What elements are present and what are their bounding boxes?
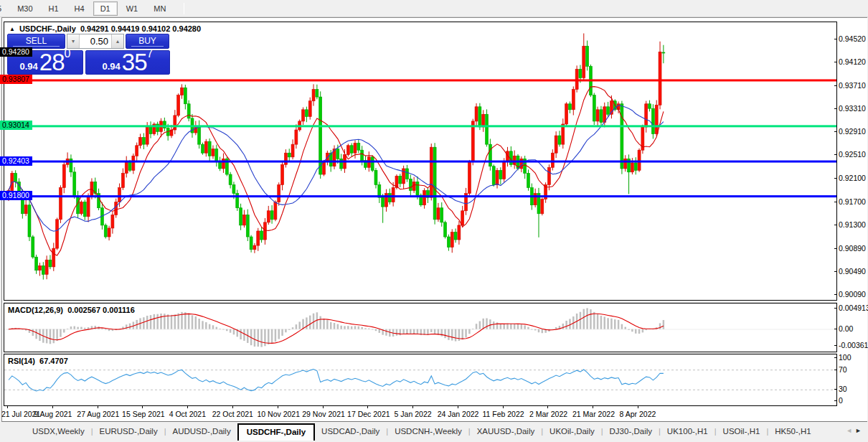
candle-body (361, 150, 364, 161)
candle-body (444, 222, 447, 237)
collapse-icon[interactable]: ▲ (9, 26, 15, 32)
candle-body (142, 137, 145, 144)
candle-body (215, 149, 218, 162)
candle-body (551, 153, 554, 167)
macd-histogram-bar (607, 318, 609, 329)
macd-histogram-bar (278, 329, 280, 339)
macd-histogram-bar (461, 329, 463, 340)
macd-histogram-bar (63, 329, 65, 333)
tab-xauusd-daily[interactable]: XAUUSD-,Daily (471, 423, 542, 440)
horizontal-level-line[interactable] (4, 79, 836, 81)
buy-button[interactable]: BUY (126, 34, 169, 49)
macd-histogram-bar (396, 329, 398, 336)
macd-histogram-bar (524, 325, 526, 329)
candle-body (128, 161, 131, 170)
macd-name: MACD(12,26,9) (8, 306, 63, 314)
macd-histogram-bar (53, 329, 55, 344)
tab-scroll-right-icon[interactable]: ► (855, 427, 864, 434)
macd-signal-line (9, 314, 664, 343)
macd-histogram-bar (413, 329, 415, 334)
volume-decrease-button[interactable]: ▾ (67, 34, 80, 48)
sell-price-display[interactable]: 0.94 28 0 (7, 50, 83, 75)
candle-body (423, 191, 426, 205)
candle-body (486, 114, 489, 144)
horizontal-level-line[interactable] (4, 125, 836, 127)
macd-histogram-bar (521, 324, 523, 329)
timeframe-button-h4[interactable]: H4 (67, 1, 92, 16)
macd-histogram-bar (586, 308, 588, 329)
tab-hk50-h1[interactable]: HK50-,H1 (768, 423, 818, 440)
tab-usdcad-daily[interactable]: USDCAD-,Daily (315, 423, 386, 440)
macd-histogram-bar (624, 327, 626, 329)
timeframe-button-h1[interactable]: H1 (42, 1, 66, 16)
macd-histogram-bar (618, 320, 620, 329)
macd-histogram-bar (510, 324, 512, 329)
timeframe-button-m30[interactable]: M30 (10, 1, 39, 16)
macd-histogram-bar (628, 329, 630, 330)
macd-histogram-bar (354, 326, 357, 329)
volume-increase-button[interactable]: ▴ (111, 34, 123, 48)
tab-usdcnh-weekly[interactable]: USDCNH-,Weekly (388, 423, 468, 440)
tab-audusd-daily[interactable]: AUDUSD-,Daily (166, 423, 237, 440)
rsi-pane[interactable] (4, 354, 837, 406)
candle-body (593, 95, 595, 121)
candle-body (558, 136, 561, 144)
macd-histogram-bar (146, 316, 148, 329)
candle-body (496, 170, 499, 184)
candle-body (374, 170, 377, 184)
macd-histogram-bar (514, 324, 516, 329)
sell-button[interactable]: SELL (7, 34, 65, 49)
candle-body (274, 202, 277, 220)
macd-histogram-bar (243, 329, 245, 341)
macd-histogram-bar (35, 329, 37, 339)
tab-usoil-h1[interactable]: USOil-,H1 (717, 423, 767, 440)
volume-input[interactable] (80, 34, 111, 48)
macd-histogram-bar (70, 326, 72, 329)
candle-body (323, 161, 326, 174)
macd-histogram-bar (503, 324, 505, 329)
candle-body (621, 104, 623, 169)
horizontal-level-line[interactable] (4, 195, 836, 197)
tab-usdchf-daily[interactable]: USDCHF-,Daily (237, 423, 315, 441)
candle-body (302, 110, 305, 121)
macd-histogram-bar (258, 329, 260, 347)
macd-histogram-bar (309, 316, 311, 329)
candle-body (312, 90, 315, 101)
timeframe-button-mn[interactable]: MN (146, 1, 173, 16)
candle-body (263, 222, 266, 240)
tab-eurusd-daily[interactable]: EURUSD-,Daily (93, 423, 164, 440)
horizontal-level-line[interactable] (4, 161, 836, 163)
macd-histogram-bar (319, 316, 321, 329)
candle-body (187, 104, 190, 118)
candle-body (492, 166, 495, 185)
timeframe-button-5[interactable]: 5 (0, 1, 9, 16)
macd-histogram-bar (361, 327, 363, 329)
candle-body (278, 185, 280, 202)
macd-histogram-bar (402, 329, 405, 334)
macd-histogram-bar (292, 327, 294, 329)
tab-uk100-h1[interactable]: UK100-,H1 (661, 423, 714, 440)
tab-usdx-weekly[interactable]: USDX,Weekly (26, 423, 91, 440)
macd-histogram-bar (663, 320, 665, 329)
macd-histogram-bar (156, 314, 159, 329)
timeframe-button-w1[interactable]: W1 (119, 1, 146, 16)
candle-body (357, 144, 360, 151)
macd-histogram-bar (340, 326, 342, 329)
macd-histogram-bar (479, 321, 481, 329)
candle-body (555, 136, 557, 153)
macd-histogram-bar (430, 329, 433, 332)
buy-price-display[interactable]: 0.94 35 7 (85, 50, 170, 75)
tab-dj30-daily[interactable]: DJ30-,Daily (603, 423, 659, 440)
candle-body (340, 159, 343, 169)
macd-histogram-bar (154, 314, 156, 329)
candle-body (336, 149, 339, 159)
candle-body (468, 161, 471, 193)
tab-scroll-left-icon[interactable]: ◄ (846, 427, 855, 434)
macd-histogram-bar (198, 319, 200, 329)
candle-body (260, 231, 263, 240)
tab-ukoil-daily[interactable]: UKOil-,Daily (543, 423, 601, 440)
candle-body (62, 164, 65, 187)
timeframe-button-d1[interactable]: D1 (93, 1, 118, 16)
macd-histogram-bar (372, 329, 374, 330)
candle-body (295, 130, 298, 144)
